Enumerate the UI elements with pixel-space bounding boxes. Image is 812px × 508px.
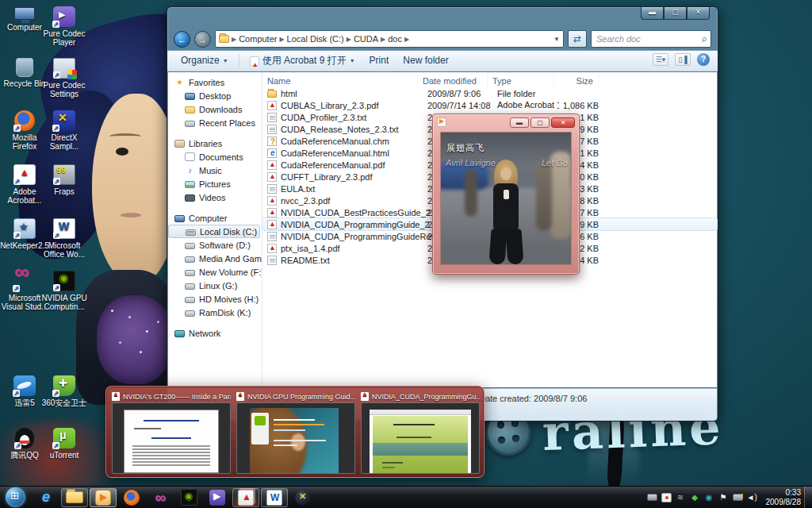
desktop-icon-directx[interactable]: ↗ DirectX Sampl... <box>40 110 89 151</box>
file-name: CUDA_Release_Notes_2.3.txt <box>281 125 399 134</box>
organize-button[interactable]: Organize ▼ <box>174 52 236 69</box>
html-file-icon <box>267 148 277 158</box>
breadcrumb-separator: ▶ <box>404 36 409 43</box>
thumbnail-preview[interactable] <box>112 402 231 474</box>
clock[interactable]: 0:33 2009/8/28 <box>766 488 802 507</box>
word-icon <box>266 490 282 506</box>
column-header-size[interactable]: Size <box>554 74 599 87</box>
desktop-icon-360-safe[interactable]: ↗ 360安全卫士 <box>40 375 89 407</box>
taskbar-explorer[interactable] <box>61 488 88 507</box>
taskbar-word[interactable] <box>261 488 288 507</box>
player-minimize-button[interactable]: ▬ <box>510 117 529 128</box>
thumbnail-gt200[interactable]: NVIDIA's GT200—— Inside a Paral... <box>112 391 231 473</box>
sidebar-libraries[interactable]: Libraries <box>168 137 262 150</box>
sidebar-item-local-disk-c[interactable]: Local Disk (C:) <box>168 225 260 238</box>
taskbar-purple-player[interactable] <box>204 488 231 507</box>
taskbar-firefox[interactable] <box>118 488 145 507</box>
breadcrumb-cuda[interactable]: CUDA <box>354 34 378 44</box>
sidebar-favorites[interactable]: ★ Favorites <box>168 75 262 89</box>
desktop-icon-nvidia-gpu[interactable]: ↗ NVIDIA GPU Computin... <box>40 271 89 311</box>
speaker-icon[interactable]: ◄) <box>747 493 757 502</box>
desktop-icon-word[interactable]: ↗ Microsoft Office Wo... <box>40 218 89 259</box>
thumbnail-cuda-programming-guide[interactable]: NVIDIA_CUDA_ProgrammingGu... <box>361 391 480 473</box>
sidebar-item-recent-places[interactable]: Recent Places <box>168 116 262 129</box>
show-desktop-button[interactable] <box>804 487 812 508</box>
shortcut-arrow-icon: ↗ <box>52 21 59 28</box>
sidebar-item-linux-g[interactable]: Linux (G:) <box>168 279 262 292</box>
text-file-icon <box>267 256 277 265</box>
address-dropdown-icon[interactable]: ▼ <box>553 36 560 43</box>
desktop-icon-pure-codec-settings[interactable]: ↗ Pure Codec Settings <box>40 58 89 98</box>
thumbnail-preview[interactable] <box>361 402 480 474</box>
help-icon[interactable]: ? <box>697 53 710 66</box>
teal-app-icon[interactable]: ◉ <box>704 493 714 502</box>
desktop-icon-label: Fraps <box>40 187 89 196</box>
forward-button[interactable]: → <box>194 31 211 48</box>
column-header-type[interactable]: Type <box>488 74 554 87</box>
hard-drive-icon <box>185 256 195 263</box>
desktop-icon-utorrent[interactable]: ↗ uTorrent <box>40 428 89 460</box>
firefox-icon: ↗ <box>14 110 35 131</box>
taskbar-media-player[interactable] <box>90 488 117 507</box>
new-folder-button[interactable]: New folder <box>396 52 455 69</box>
sidebar-item-hd-moives-h[interactable]: HD Moives (H:) <box>168 292 262 306</box>
sidebar-item-music[interactable]: ♪ Music <box>168 164 262 177</box>
column-header-date-modified[interactable]: Date modified <box>418 74 488 87</box>
wireless-icon[interactable]: ≋ <box>676 493 686 502</box>
sidebar-network[interactable]: Network <box>168 326 262 340</box>
breadcrumb-doc[interactable]: doc <box>388 34 402 44</box>
minimize-button[interactable]: ▬ <box>641 6 664 20</box>
breadcrumb-local-disk[interactable]: Local Disk (C:) <box>287 34 344 44</box>
tray-app-icon[interactable] <box>661 493 672 502</box>
sidebar-item-desktop[interactable]: Desktop <box>168 89 262 102</box>
coraline-mouth <box>121 213 141 217</box>
preview-pane-icon[interactable]: ▯▐ <box>675 53 691 66</box>
pedestrian-shape <box>465 169 477 217</box>
search-input[interactable] <box>595 33 693 44</box>
file-row[interactable]: CUBLAS_Library_2.3.pdf 2009/7/14 14:08 A… <box>262 99 717 111</box>
address-bar[interactable]: ▶ Computer ▶ Local Disk (C:) ▶ CUDA ▶ do… <box>215 30 564 48</box>
open-with-acrobat-button[interactable]: 使用 Acrobat 9 打开 ▼ <box>243 52 362 69</box>
taskbar-x-app[interactable] <box>289 488 316 507</box>
sidebar-item-media-and-games[interactable]: Media And Games (I <box>168 252 262 265</box>
breadcrumb-computer[interactable]: Computer <box>239 34 277 44</box>
taskbar-acrobat[interactable] <box>232 488 259 507</box>
player-maximize-button[interactable]: ▢ <box>530 117 550 128</box>
action-center-flag-icon[interactable]: ⚑ <box>718 493 729 502</box>
sidebar-item-documents[interactable]: Documents <box>168 150 262 164</box>
taskbar-ie[interactable]: e <box>33 488 59 507</box>
change-view-icon[interactable]: ☰▾ <box>653 53 668 66</box>
back-button[interactable]: ← <box>174 31 190 48</box>
maximize-button[interactable]: ▢ <box>664 6 687 20</box>
sidebar-item-ramdisk-k[interactable]: RamDisk (K:) <box>168 306 262 319</box>
taskbar-visual-studio[interactable]: ∞ <box>147 488 174 507</box>
print-button[interactable]: Print <box>362 52 396 69</box>
network-warning-icon[interactable] <box>733 494 743 501</box>
close-button[interactable]: ✕ <box>687 6 710 20</box>
column-header-name[interactable]: Name <box>262 74 418 87</box>
libraries-icon <box>174 140 185 148</box>
refresh-button[interactable]: ⇄ <box>568 30 587 48</box>
thumbnail-gpu-programming-guide[interactable]: NVIDIA GPU Programming Guid... <box>236 391 355 473</box>
sidebar-item-videos[interactable]: Videos <box>168 190 262 204</box>
player-titlebar[interactable]: ▬ ▢ ✕ <box>433 114 579 130</box>
file-row[interactable]: html 2009/8/7 9:06 File folder <box>262 87 717 99</box>
thumbnail-preview[interactable] <box>236 402 355 474</box>
sidebar-item-software-d[interactable]: Software (D:) <box>168 238 262 252</box>
keyboard-language-icon[interactable] <box>647 494 657 501</box>
desktop-icon-pure-codec-player[interactable]: ↗ Pure Codec Player <box>40 6 89 47</box>
green-shield-icon[interactable]: ◆ <box>690 493 700 502</box>
sidebar-item-new-volume-f[interactable]: New Volume (F:) <box>168 265 262 279</box>
sidebar-computer[interactable]: Computer <box>168 211 262 225</box>
sidebar-item-downloads[interactable]: Downloads <box>168 102 262 116</box>
start-button[interactable] <box>6 487 25 507</box>
player-close-button[interactable]: ✕ <box>551 117 575 128</box>
shortcut-arrow-icon: ↗ <box>53 178 60 185</box>
desktop-icon-fraps[interactable]: ↗ Fraps <box>40 164 89 196</box>
search-box[interactable]: ⌕ <box>591 30 711 48</box>
taskbar-nvidia[interactable] <box>175 488 202 507</box>
star-icon: ★ <box>174 78 185 87</box>
folder-icon <box>66 491 83 503</box>
sidebar-item-pictures[interactable]: Pictures <box>168 177 262 190</box>
pdf-icon <box>267 172 277 182</box>
